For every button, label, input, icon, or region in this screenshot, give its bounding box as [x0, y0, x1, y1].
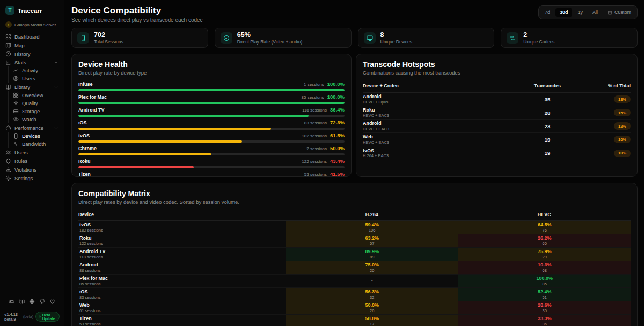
gauge-icon [5, 125, 11, 131]
range-all-button[interactable]: All [588, 8, 602, 17]
sidebar-item-label: Storage [22, 108, 40, 114]
sidebar-item-watch[interactable]: Watch [12, 115, 60, 123]
sidebar-item-history[interactable]: History [4, 49, 60, 58]
server-icon: › [5, 21, 12, 28]
app-logo-icon: T [5, 6, 14, 15]
sidebar-item-label: Rules [14, 158, 27, 164]
drive-icon [13, 108, 19, 114]
sidebar-item-label: Map [14, 42, 24, 48]
sidebar-item-label: Users [14, 150, 28, 155]
matrix-cell-h264: 89.9%89 [286, 248, 458, 261]
stat-card-direct-play-rate: 65% Direct Play Rate (Video + audio) [215, 28, 352, 48]
transcode-hotspots-panel: Transcode Hotspots Combinations causing … [356, 54, 638, 177]
sidebar-item-activity[interactable]: Activity [12, 66, 60, 75]
check-circle-icon [223, 35, 230, 41]
matrix-cell-hevc: 33.3%36 [458, 315, 631, 326]
sidebar-item-dashboard[interactable]: Dashboard [4, 32, 60, 41]
matrix-cell-hevc: 75.9%29 [458, 248, 631, 261]
sparkle-icon [13, 100, 19, 106]
matrix-cell-h264: 75.0%20 [286, 261, 458, 274]
stat-label: Unique Devices [380, 39, 413, 45]
sidebar-item-label: Bandwidth [22, 141, 46, 147]
sidebar-item-quality[interactable]: Quality [12, 99, 60, 107]
version-text: v1.4.13-beta.9 [4, 312, 21, 322]
panel-subtitle: Direct play rate by device type [78, 70, 345, 76]
pulse-icon [13, 141, 19, 147]
sidebar-item-rules[interactable]: Rules [4, 157, 60, 165]
progress-bar [78, 102, 345, 104]
discord-icon[interactable] [9, 299, 14, 305]
sidebar-item-label: Settings [14, 175, 33, 181]
sidebar: T Tracearr › Gallopo Media Server Dashbo… [0, 0, 64, 326]
matrix-cell-h264: 58.8%17 [286, 315, 458, 326]
sidebar-item-devices[interactable]: Devices [12, 132, 60, 140]
monitor-icon [367, 35, 373, 41]
docs-icon[interactable] [19, 299, 25, 305]
sidebar-item-library[interactable]: Library [4, 83, 60, 91]
matrix-cell-h264: 56.3%32 [286, 288, 458, 301]
matrix-cell-hevc: 28.6%35 [458, 301, 631, 314]
range-7d-button[interactable]: 7d [540, 8, 554, 17]
progress-bar [78, 140, 345, 143]
chevron-down-icon [54, 125, 58, 130]
sidebar-item-label: Watch [22, 116, 36, 122]
matrix-cell-h264: 63.2%57 [286, 234, 458, 247]
range-30d-button[interactable]: 30d [555, 8, 573, 17]
sidebar-item-performance[interactable]: Performance [4, 123, 60, 132]
matrix-row: Roku122 sessions 63.2%57 26.2%65 [78, 234, 631, 248]
heart-icon[interactable] [49, 299, 55, 305]
sidebar-item-users[interactable]: Users [4, 148, 60, 157]
performance-submenu: Devices Bandwidth [8, 132, 60, 148]
hotspot-row: WebHEVC + EAC3 19 10% [363, 133, 631, 146]
users-icon [5, 150, 11, 155]
book-icon [5, 84, 11, 90]
github-icon[interactable] [39, 299, 45, 305]
matrix-cell-h264: 59.4%106 [286, 221, 458, 234]
device-health-row: Android TV118 sessions86.4% [78, 107, 345, 117]
stat-card-total-sessions: 702 Total Sessions [71, 28, 208, 48]
hotspot-row: tvOSH.264 + EAC3 19 10% [363, 146, 631, 160]
smartphone-icon [13, 133, 19, 139]
stat-label: Total Sessions [94, 39, 123, 45]
chevron-down-icon [54, 60, 58, 65]
library-submenu: Overview Quality Storage Watch [8, 91, 60, 123]
sidebar-item-violations[interactable]: Violations [4, 165, 60, 174]
matrix-cell-hevc: 100.0%85 [458, 275, 631, 287]
sidebar-item-settings[interactable]: Settings [4, 174, 60, 182]
panel-title: Device Health [78, 60, 345, 69]
range-1y-button[interactable]: 1y [573, 8, 587, 17]
sidebar-item-label: Activity [22, 68, 38, 73]
beta-update-button[interactable]: Beta Update [35, 312, 60, 322]
matrix-cell-hevc: 82.4%51 [458, 288, 631, 301]
matrix-row: Tizen53 sessions 58.8%17 33.3%36 [78, 315, 631, 326]
sidebar-item-stats[interactable]: Stats [4, 58, 60, 66]
stat-value: 8 [380, 31, 413, 39]
hotspot-row: AndroidHEVC + EAC3 23 12% [363, 120, 631, 133]
sidebar-item-storage[interactable]: Storage [12, 107, 60, 115]
trending-icon [13, 68, 19, 73]
progress-bar [78, 128, 345, 130]
sidebar-item-overview[interactable]: Overview [12, 91, 60, 99]
device-health-row: Roku122 sessions43.4% [78, 158, 345, 168]
panel-subtitle: Direct play rates by device and video co… [78, 199, 631, 205]
pct-badge: 10% [614, 150, 631, 157]
sidebar-item-stats-users[interactable]: Users [12, 75, 60, 83]
device-health-row: Chrome2 sessions50.0% [78, 145, 345, 155]
sidebar-item-label: Users [22, 76, 35, 82]
matrix-cell-h264: - [286, 275, 458, 287]
panel-title: Compatibility Matrix [78, 189, 631, 198]
page-title: Device Compatibility [71, 5, 203, 16]
stats-submenu: Activity Users [8, 66, 60, 83]
sidebar-item-label: Dashboard [14, 34, 39, 40]
sidebar-item-map[interactable]: Map [4, 41, 60, 49]
gear-icon [5, 175, 11, 181]
server-selector[interactable]: › Gallopo Media Server [4, 19, 60, 32]
arrows-exchange-icon [509, 35, 516, 41]
range-custom-button[interactable]: Custom [603, 8, 635, 17]
sidebar-item-bandwidth[interactable]: Bandwidth [12, 140, 60, 148]
globe-icon[interactable] [29, 299, 35, 305]
app-logo[interactable]: T Tracearr [4, 5, 60, 19]
panel-subtitle: Combinations causing the most transcodes [363, 70, 631, 76]
matrix-row: iOS83 sessions 56.3%32 82.4%51 [78, 288, 631, 301]
grid-icon [13, 92, 19, 98]
